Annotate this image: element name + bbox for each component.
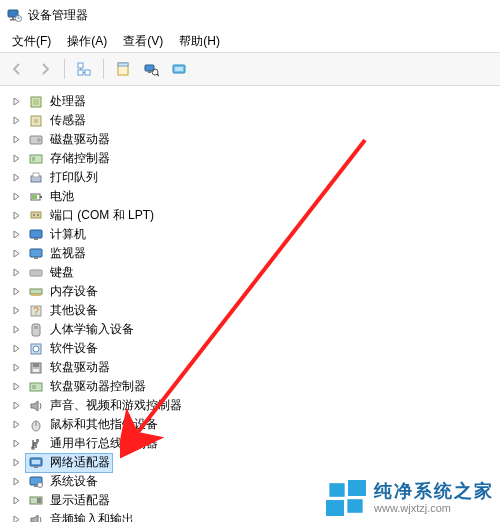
system-device-icon <box>28 474 44 490</box>
tree-node[interactable]: 监视器 <box>10 244 498 263</box>
tree-node-label: 人体学输入设备 <box>50 320 134 339</box>
expand-collapse-icon[interactable] <box>10 362 22 374</box>
expand-collapse-icon[interactable] <box>10 305 22 317</box>
menu-bar: 文件(F) 操作(A) 查看(V) 帮助(H) <box>0 30 500 52</box>
svg-line-12 <box>157 74 159 76</box>
tree-node[interactable]: 打印队列 <box>10 168 498 187</box>
tree-node[interactable]: 存储控制器 <box>10 149 498 168</box>
tree-node[interactable]: 软盘驱动器控制器 <box>10 377 498 396</box>
menu-view[interactable]: 查看(V) <box>115 31 171 52</box>
expand-collapse-icon[interactable] <box>10 476 22 488</box>
tree-node[interactable]: 软件设备 <box>10 339 498 358</box>
toolbar-show-hidden[interactable] <box>166 56 192 82</box>
forward-icon <box>37 61 53 77</box>
tree-node-label: 鼠标和其他指针设备 <box>50 415 158 434</box>
audio-io-icon <box>28 512 44 523</box>
tree-node[interactable]: 计算机 <box>10 225 498 244</box>
toolbar-properties[interactable] <box>110 56 136 82</box>
tree-node[interactable]: 内存设备 <box>10 282 498 301</box>
expand-collapse-icon[interactable] <box>10 172 22 184</box>
tree-node[interactable]: 磁盘驱动器 <box>10 130 498 149</box>
storage-controller-icon <box>28 151 44 167</box>
expand-collapse-icon[interactable] <box>10 324 22 336</box>
expand-collapse-icon[interactable] <box>10 134 22 146</box>
svg-rect-35 <box>30 270 42 276</box>
tree-node-label: 网络适配器 <box>50 453 110 472</box>
expand-collapse-icon[interactable] <box>10 495 22 507</box>
svg-rect-14 <box>175 67 183 71</box>
memory-device-icon <box>28 284 44 300</box>
watermark-url: www.wjxtzj.com <box>374 502 494 514</box>
tree-node[interactable]: 网络适配器 <box>10 453 498 472</box>
tree-node[interactable]: 电池 <box>10 187 498 206</box>
svg-rect-28 <box>31 212 41 218</box>
expand-collapse-icon[interactable] <box>10 248 22 260</box>
properties-icon <box>115 61 131 77</box>
svg-rect-31 <box>30 230 42 238</box>
svg-rect-54 <box>36 439 39 442</box>
svg-rect-26 <box>40 196 42 198</box>
monitor-icon <box>28 246 44 262</box>
expand-collapse-icon[interactable] <box>10 419 22 431</box>
tree-node-label: 电池 <box>50 187 74 206</box>
menu-help[interactable]: 帮助(H) <box>171 31 228 52</box>
expand-collapse-icon[interactable] <box>10 457 22 469</box>
svg-rect-39 <box>31 294 41 296</box>
tree-node[interactable]: 处理器 <box>10 92 498 111</box>
menu-file[interactable]: 文件(F) <box>4 31 59 52</box>
svg-point-29 <box>33 214 35 216</box>
svg-rect-62 <box>37 498 41 503</box>
svg-rect-57 <box>34 466 38 468</box>
svg-point-60 <box>38 482 43 487</box>
tree-node[interactable]: 键盘 <box>10 263 498 282</box>
sensor-icon <box>28 113 44 129</box>
mouse-pointer-icon <box>28 417 44 433</box>
expand-collapse-icon[interactable] <box>10 191 22 203</box>
usb-controller-icon <box>28 436 44 452</box>
floppy-drive-icon <box>28 360 44 376</box>
expand-collapse-icon[interactable] <box>10 229 22 241</box>
keyboard-icon <box>28 265 44 281</box>
toolbar-scan-hardware[interactable] <box>138 56 164 82</box>
expand-collapse-icon[interactable] <box>10 210 22 222</box>
svg-point-45 <box>33 346 39 352</box>
watermark-brand: 纯净系统之家 <box>374 482 494 502</box>
sound-video-game-icon <box>28 398 44 414</box>
tree-node[interactable]: ?其他设备 <box>10 301 498 320</box>
device-tree[interactable]: 处理器传感器磁盘驱动器存储控制器打印队列电池端口 (COM 和 LPT)计算机监… <box>0 86 500 522</box>
expand-collapse-icon[interactable] <box>10 381 22 393</box>
tree-node-label: 打印队列 <box>50 168 98 187</box>
tree-node[interactable]: 传感器 <box>10 111 498 130</box>
up-level-icon <box>76 61 92 77</box>
svg-rect-27 <box>32 195 37 199</box>
expand-collapse-icon[interactable] <box>10 438 22 450</box>
toolbar-forward[interactable] <box>32 56 58 82</box>
tree-node[interactable]: 声音、视频和游戏控制器 <box>10 396 498 415</box>
tree-node[interactable]: 通用串行总线控制器 <box>10 434 498 453</box>
network-adapter-icon <box>28 455 44 471</box>
svg-rect-56 <box>32 460 40 464</box>
tree-node[interactable]: 人体学输入设备 <box>10 320 498 339</box>
svg-rect-5 <box>78 70 83 75</box>
expand-collapse-icon[interactable] <box>10 400 22 412</box>
tree-node-label: 软盘驱动器 <box>50 358 110 377</box>
tree-node[interactable]: 鼠标和其他指针设备 <box>10 415 498 434</box>
tree-node[interactable]: 软盘驱动器 <box>10 358 498 377</box>
tree-node[interactable]: 端口 (COM 和 LPT) <box>10 206 498 225</box>
expand-collapse-icon[interactable] <box>10 343 22 355</box>
svg-rect-24 <box>33 173 39 177</box>
toolbar-separator <box>103 59 104 79</box>
expand-collapse-icon[interactable] <box>10 286 22 298</box>
expand-collapse-icon[interactable] <box>10 96 22 108</box>
svg-rect-32 <box>34 238 38 240</box>
expand-collapse-icon[interactable] <box>10 153 22 165</box>
toolbar-back[interactable] <box>4 56 30 82</box>
expand-collapse-icon[interactable] <box>10 115 22 127</box>
menu-action[interactable]: 操作(A) <box>59 31 115 52</box>
tree-node-label: 存储控制器 <box>50 149 110 168</box>
floppy-controller-icon <box>28 379 44 395</box>
toolbar-up-level[interactable] <box>71 56 97 82</box>
expand-collapse-icon[interactable] <box>10 267 22 279</box>
svg-rect-34 <box>34 257 38 259</box>
expand-collapse-icon[interactable] <box>10 514 22 523</box>
